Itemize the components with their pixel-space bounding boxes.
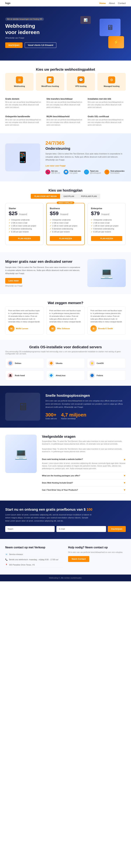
- plan-enterprise: Enterprise $79 /maand Onbeperkte schijfr…: [87, 203, 126, 245]
- wordpress-icon: 📝: [47, 76, 54, 84]
- hero-subtitle: Afhankelijk van Fraapl: [5, 37, 56, 39]
- hero-badge: Met de tijdelijke besparingen met Hostin…: [5, 18, 44, 21]
- package-wordpress[interactable]: 📝 WordPress hosting: [36, 73, 64, 91]
- os-section: Gratis OS-installatie voor dedicated ser…: [0, 340, 131, 386]
- centos-icon: ⭐: [89, 361, 95, 366]
- migrate-title: Migreer gratis naar een dedicated server: [5, 259, 82, 264]
- plan-feature-item: 8 domeinen ondersteuning: [9, 227, 40, 230]
- packages-title: Kies uw perfecte webhostingpakket: [5, 67, 126, 71]
- feature-ssl-title: Gratis SSL-certificaat: [88, 115, 126, 118]
- fast-stats: 300+ Gratis add-ons 4,7 miljoen Klanten …: [46, 412, 126, 420]
- faq-item-1[interactable]: Does web hosting include a website build…: [42, 456, 126, 472]
- plan-enterprise-button[interactable]: PLAN KIEZEN: [91, 236, 122, 241]
- navigation: logo Home About Contact: [0, 0, 131, 6]
- phone-value: 000.00.111: [51, 172, 60, 174]
- fast-title: Snelle hostingoplossingen: [46, 394, 126, 398]
- feature-ssl: Gratis SSL-certificaat Dit is een van uw…: [88, 114, 126, 128]
- migrate-button[interactable]: Lees meer: [5, 278, 22, 283]
- migrate-content: Migreer gratis naar een dedicated server…: [5, 259, 82, 287]
- twitter-icon: 🐦: [84, 169, 89, 175]
- social-chat: 💬 Chat met ons Live gratis: [63, 169, 80, 175]
- plan-starter-features: Onbeperkte schijfruimte 2 GB en meer e-m…: [9, 218, 40, 233]
- hero-signup-button[interactable]: Inschrijven: [5, 42, 23, 48]
- plan-tab-easy[interactable]: EASYPLAN: [60, 194, 78, 199]
- package-webhosting-label: Webhosting: [8, 85, 31, 87]
- faq-question-1[interactable]: Does web hosting include a website build…: [42, 458, 126, 461]
- faq-item-2[interactable]: What are the hosting packages you offer?…: [42, 472, 126, 479]
- plan-feature-item: Onbeperkte schijfruimte: [91, 218, 122, 221]
- plan-business-badge: MEEST POPULAIR: [57, 202, 74, 204]
- help-item-phone: 📞 Bereik ons ​​telefonisch: maandag - vr…: [5, 557, 63, 562]
- package-webhosting[interactable]: 🖥 Webhosting: [5, 73, 33, 91]
- help-contact-button[interactable]: Neem Contact: [68, 556, 89, 562]
- support-image: 📱: [5, 144, 40, 171]
- plan-feature-item: 1 GB en meer ruimte per project: [9, 224, 40, 227]
- faq-intro: Suspendisse Vitae. To select the Text El…: [42, 440, 126, 445]
- help-item-service: 📧 Service-niveaus:: [5, 552, 63, 557]
- trial-text: Lorem ipsum dolor sit amet, consectetur …: [5, 513, 93, 523]
- feature-uptime-title: 99,9% beschikbaarheid: [47, 115, 84, 118]
- hero-clients-button[interactable]: Vanaf clients 3,6 €/maand: [25, 42, 56, 48]
- plan-tab-begin[interactable]: PLAN VOOR HET BEGIN: [31, 194, 60, 199]
- fedora-name: Fedora: [97, 374, 103, 376]
- testimonials-grid: Proin sed libero enim sed faucibus turpi…: [5, 306, 126, 335]
- feature-domain-desc: Dit is een van uw perfecte beschikbaarhe…: [5, 101, 43, 109]
- debian-name: Debian: [15, 362, 21, 364]
- help-contact-list: 📧 Service-niveaus: 📞 Bereik ons ​​telefo…: [5, 552, 63, 567]
- faq-toggle-4: ▼: [123, 489, 126, 491]
- plan-tab-popular[interactable]: POPULAIR PLAN: [78, 194, 100, 199]
- nav-contact[interactable]: Contact: [118, 2, 126, 4]
- plan-feature-item: $ 100 per jaar reclame: [9, 230, 40, 233]
- trial-submit-button[interactable]: Inschrijven: [108, 526, 126, 532]
- faq-question-2-text: What are the hosting packages you offer?: [42, 474, 80, 477]
- faq-question-4[interactable]: Can I Test Drive' Any of Your Products? …: [42, 489, 126, 491]
- trial-name-input[interactable]: [5, 526, 55, 532]
- faq-question-3-text: Does Web Hosting Include Email?: [42, 482, 73, 484]
- support-link[interactable]: Leer meer over Fraapl: [46, 165, 66, 167]
- plan-business-button[interactable]: PLAN KIEZEN: [50, 236, 81, 241]
- faq-item-3[interactable]: Does Web Hosting Include Email? ▼: [42, 479, 126, 487]
- faq-item-4[interactable]: Can I Test Drive' Any of Your Products? …: [42, 487, 126, 494]
- os-ubuntu: 🔶 Ubuntu: [46, 358, 85, 368]
- plan-feature-item: 1 GB en meer ruimte per project: [91, 224, 122, 227]
- faq-question-3[interactable]: Does Web Hosting Include Email? ▼: [42, 482, 126, 484]
- help-item-service-label: Service-niveaus:: [9, 553, 23, 555]
- faq-info: Vind antwoorden Kennisbank: [110, 170, 125, 174]
- trial-email-input[interactable]: [56, 526, 106, 532]
- faq-content: Veelgestelde vragen Suspendisse Vitae. T…: [42, 435, 126, 494]
- fast-content: Snelle hostingoplossingen Dit is een van…: [46, 394, 126, 420]
- plan-business-period: /maand: [60, 213, 68, 216]
- package-managed[interactable]: ⚙ Managed hosting: [98, 73, 126, 91]
- feature-install-desc: Dit is een van uw perfecte beschikbaarhe…: [88, 101, 126, 109]
- testimonial-2-avatar: M: [49, 326, 56, 332]
- chat-value: Live gratis: [70, 172, 80, 174]
- migrate-image: 💻: [87, 259, 126, 287]
- help-right-title: Hulp nodig? Neem contact op: [68, 546, 126, 549]
- feature-transfer-title: Site transfers beschikbaar: [47, 98, 84, 100]
- faq-question-2[interactable]: What are the hosting packages you offer?…: [42, 474, 126, 477]
- package-vps[interactable]: 💬 VPS hosting: [67, 73, 95, 91]
- faq-toggle-1: ▲: [123, 458, 126, 461]
- os-almalinux: 🔷 AlmaLinux: [46, 370, 85, 380]
- help-right: Hulp nodig? Neem contact op Dit is een v…: [68, 546, 126, 567]
- nav-home[interactable]: Home: [99, 2, 106, 4]
- testimonial-3-text: Proin sed libero enim sed faucibus turpi…: [90, 309, 123, 323]
- stat-addons-label: Gratis add-ons: [46, 418, 57, 420]
- help-item-address: 📍 303 Paradise Drive-Texas, VS: [5, 562, 63, 567]
- support-text: Sample tekst. Click to select the Text E…: [46, 152, 126, 161]
- plan-starter-button[interactable]: PLAN KIEZEN: [9, 236, 40, 241]
- plan-feature-item: $ 100 per jaar reclame: [91, 230, 122, 233]
- packages-section: Kies uw perfecte webhostingpakket 🖥 Webh…: [0, 61, 131, 133]
- os-grid: 🌀 Debian 🔶 Ubuntu ⭐ CentOS 🎩 Rode hoed 🔷…: [5, 358, 126, 380]
- feature-domain-title: Gratis domein: [5, 98, 43, 100]
- plan-enterprise-features: Onbeperkte schijfruimte 2 GB en meer e-m…: [91, 218, 122, 233]
- plan-starter-period: /maand: [19, 213, 27, 216]
- plan-business: MEEST POPULAIR Business $59 /maand Onbep…: [46, 203, 84, 245]
- nav-about[interactable]: About: [109, 2, 115, 4]
- feature-transfer-desc: Dit is een van uw perfecte beschikbaarhe…: [47, 101, 84, 109]
- stat-clients-num: 4,7 miljoen: [61, 412, 86, 418]
- plan-feature-item: $ 100 per jaar reclame: [50, 230, 81, 233]
- social-phone: 📞 Bel ons 000.00.111: [46, 169, 60, 175]
- package-managed-label: Managed hosting: [100, 85, 123, 87]
- feature-bandwidth: Onbeperkte bandbreedte Dit is een van uw…: [5, 114, 43, 128]
